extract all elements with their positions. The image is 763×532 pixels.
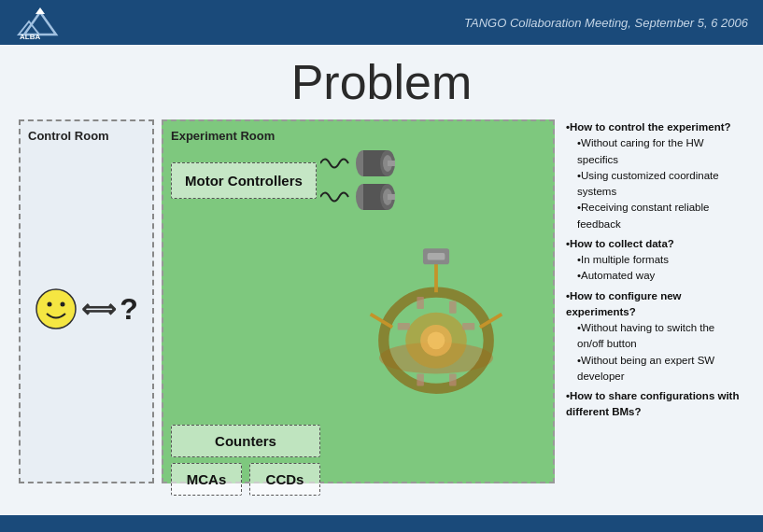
mcas-box: MCAs xyxy=(171,463,242,496)
text-how-control: •How to control the experiment? xyxy=(566,119,741,135)
question-mark: ? xyxy=(120,292,138,327)
text-without-switch: •Without having to switch the on/off but… xyxy=(566,320,741,353)
svg-point-24 xyxy=(427,331,445,349)
ccds-box: CCDs xyxy=(249,463,320,496)
control-room-label: Control Room xyxy=(28,129,145,143)
main-content: Problem Control Room ⟺ ? xyxy=(0,45,763,515)
control-room-panel: Control Room ⟺ ? xyxy=(19,119,154,483)
logo: ALBA xyxy=(15,5,65,40)
text-without-expert: •Without being an expert SW developer xyxy=(566,353,741,385)
experiment-room-panel: Experiment Room Motor Controllers xyxy=(162,119,555,483)
text-how-share: •How to share configurations with differ… xyxy=(566,388,741,421)
double-arrow-icon: ⟺ xyxy=(81,295,116,324)
experiment-room-layout: Motor Controllers xyxy=(171,150,545,496)
control-room-content: ⟺ ? xyxy=(28,150,145,468)
counters-box: Counters xyxy=(171,425,320,457)
svg-marker-0 xyxy=(24,12,56,35)
motor-controllers-section: Motor Controllers xyxy=(171,150,320,210)
text-multiple-formats: •In multiple formats xyxy=(566,252,741,268)
svg-rect-25 xyxy=(417,297,424,309)
svg-point-4 xyxy=(36,289,76,329)
content-row: Control Room ⟺ ? Experiment Room xyxy=(19,119,744,483)
svg-rect-28 xyxy=(397,323,409,330)
svg-rect-29 xyxy=(417,373,424,385)
header: ALBA TANGO Collaboration Meeting, Septem… xyxy=(0,0,763,45)
synchrotron-icon xyxy=(366,244,506,402)
svg-text:ALBA: ALBA xyxy=(20,33,40,40)
svg-rect-27 xyxy=(462,323,474,330)
text-how-collect: •How to collect data? xyxy=(566,236,741,252)
right-panel-text: •How to control the experiment? •Without… xyxy=(566,119,741,421)
text-using-coord: •Using customized coordinate systems xyxy=(566,168,741,201)
svg-point-6 xyxy=(61,302,65,307)
right-text-panel: •How to control the experiment? •Without… xyxy=(562,119,744,483)
svg-rect-30 xyxy=(449,373,457,385)
bottom-devices: Counters MCAs CCDs xyxy=(171,425,320,496)
page-title: Problem xyxy=(19,54,744,110)
header-title: TANGO Collaboration Meeting, September 5… xyxy=(464,16,748,30)
svg-rect-32 xyxy=(427,253,445,260)
devices-column: Motor Controllers xyxy=(171,150,320,496)
svg-point-5 xyxy=(48,302,52,307)
smiley-icon xyxy=(35,287,78,330)
svg-rect-26 xyxy=(449,301,457,314)
text-automated: •Automated way xyxy=(566,268,741,284)
text-receiving-feedback: •Receiving constant reliable feedback xyxy=(566,200,741,232)
experiment-room-label: Experiment Room xyxy=(171,129,545,143)
text-without-hw: •Without caring for the HW specifics xyxy=(566,135,741,168)
text-how-configure: •How to configure new experiments? xyxy=(566,288,741,321)
alba-logo-icon: ALBA xyxy=(15,5,65,40)
mca-ccd-row: MCAs CCDs xyxy=(171,463,320,496)
svg-marker-2 xyxy=(35,7,45,14)
arrow-question: ⟺ xyxy=(81,295,116,324)
footer xyxy=(0,515,763,532)
synchrotron-image xyxy=(326,150,545,496)
motor-controllers-box: Motor Controllers xyxy=(171,162,317,199)
